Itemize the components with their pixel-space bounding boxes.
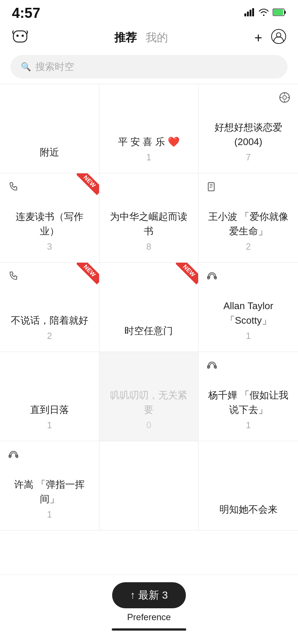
svg-rect-5 — [273, 9, 283, 15]
list-item[interactable]: 平 安 喜 乐 ❤️ 1 — [99, 84, 199, 173]
new-badge — [77, 263, 99, 285]
cell-count: 1 — [146, 152, 151, 163]
cell-title: 不说话，陪着就好 — [11, 313, 88, 328]
tab-recommended[interactable]: 推荐 — [114, 30, 137, 45]
list-item[interactable]: 杨千嬅 「假如让我说下去」 1 — [199, 352, 298, 441]
list-item[interactable]: 叽叽叨叨，无关紧要 0 — [99, 352, 199, 441]
settings-icon — [279, 92, 290, 105]
list-item[interactable]: 直到日落 1 — [0, 352, 99, 441]
tab-mine[interactable]: 我的 — [146, 30, 168, 45]
new-badge — [176, 263, 198, 285]
cell-count: 2 — [47, 331, 52, 341]
header: 推荐 我的 + — [0, 24, 298, 51]
list-item[interactable]: 时空任意门 — [99, 263, 199, 352]
svg-rect-3 — [252, 8, 254, 16]
bottom-bar: ↑ 最新 3 Preference — [0, 574, 298, 644]
home-indicator — [112, 628, 186, 631]
cell-title: 时空任意门 — [124, 324, 173, 338]
signal-icon — [244, 8, 255, 19]
svg-point-9 — [22, 35, 24, 37]
new-badge — [77, 173, 99, 196]
svg-point-13 — [283, 96, 286, 99]
headphone-icon — [207, 360, 217, 373]
cell-title: 许嵩 「弹指一挥间」 — [7, 477, 92, 506]
list-item[interactable]: 好想好想谈恋爱(2004) 7 — [199, 84, 298, 173]
phone-icon — [8, 182, 19, 195]
bottom-tab-label[interactable]: Preference — [127, 612, 171, 622]
cell-count: 2 — [246, 241, 251, 252]
cell-count: 1 — [246, 420, 251, 430]
cell-title: 连麦读书（写作业） — [7, 209, 92, 238]
profile-button[interactable] — [271, 29, 286, 47]
headphone-icon — [207, 271, 217, 284]
cell-title: 叽叽叨叨，无关紧要 — [106, 388, 192, 417]
search-bar[interactable]: 🔍 搜索时空 — [10, 55, 288, 79]
list-item[interactable]: Allan Taylor 「Scotty」 1 — [199, 263, 298, 352]
cell-title: Allan Taylor 「Scotty」 — [205, 299, 291, 328]
wifi-icon — [259, 8, 269, 19]
cell-title: 平 安 喜 乐 ❤️ — [118, 135, 180, 149]
cell-count: 1 — [47, 420, 52, 430]
search-placeholder: 搜索时空 — [35, 60, 74, 73]
cell-count: 1 — [246, 331, 251, 341]
cell-count: 0 — [146, 420, 151, 430]
svg-rect-0 — [244, 13, 246, 16]
add-button[interactable]: + — [254, 30, 262, 46]
svg-point-8 — [16, 35, 19, 37]
svg-rect-18 — [208, 183, 214, 191]
list-item[interactable]: 连麦读书（写作业） 3 — [0, 173, 99, 263]
headphone-icon — [8, 449, 19, 462]
list-item[interactable]: 王小波 「爱你就像爱生命」 2 — [199, 173, 298, 263]
svg-rect-1 — [247, 12, 249, 16]
header-actions: + — [254, 29, 286, 47]
status-bar: 4:57 — [0, 0, 298, 24]
list-item[interactable]: 附近 — [0, 84, 99, 173]
status-time: 4:57 — [12, 5, 40, 21]
cell-count: 1 — [47, 509, 52, 520]
list-item[interactable]: 许嵩 「弹指一挥间」 1 — [0, 441, 99, 531]
svg-rect-6 — [285, 11, 286, 14]
cell-title: 直到日落 — [30, 403, 69, 417]
status-icons — [244, 8, 286, 19]
cell-title: 为中华之崛起而读书 — [106, 209, 192, 238]
cell-title: 好想好想谈恋爱(2004) — [205, 120, 291, 149]
book-icon — [207, 182, 217, 195]
battery-icon — [273, 9, 286, 18]
cell-title: 附近 — [40, 145, 59, 160]
svg-rect-7 — [13, 31, 27, 42]
list-item[interactable] — [99, 441, 199, 531]
search-icon: 🔍 — [21, 62, 31, 72]
cell-count: 3 — [47, 241, 52, 252]
cell-title: 王小波 「爱你就像爱生命」 — [205, 209, 291, 238]
room-grid: 附近 平 安 喜 乐 ❤️ 1 好想好想谈恋爱(2004) 7 连麦读书（写作业… — [0, 84, 298, 531]
list-item[interactable]: 为中华之崛起而读书 8 — [99, 173, 199, 263]
svg-rect-2 — [250, 10, 251, 16]
cell-title: 明知她不会来 — [219, 502, 278, 517]
phone-icon — [8, 271, 19, 284]
header-tabs: 推荐 我的 — [114, 30, 168, 45]
list-item[interactable]: 明知她不会来 — [199, 441, 298, 531]
cell-title: 杨千嬅 「假如让我说下去」 — [205, 388, 291, 417]
cell-count: 8 — [146, 241, 151, 252]
cell-count: 7 — [246, 152, 251, 163]
logo-icon[interactable] — [12, 28, 28, 48]
list-item[interactable]: 不说话，陪着就好 2 — [0, 263, 99, 352]
update-button[interactable]: ↑ 最新 3 — [112, 582, 186, 608]
